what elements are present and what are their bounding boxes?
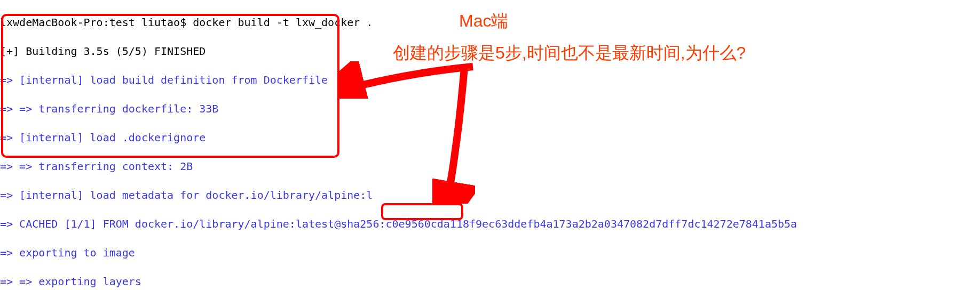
build-line: => [internal] load .dockerignore xyxy=(0,131,980,145)
annotation-question: 创建的步骤是5步,时间也不是最新时间,为什么? xyxy=(393,42,746,65)
build-line: => [internal] load build definition from… xyxy=(0,73,980,87)
build-line: => CACHED [1/1] FROM docker.io/library/a… xyxy=(0,217,980,231)
build-line: => [internal] load metadata for docker.i… xyxy=(0,188,980,203)
build-line: => => transferring context: 2B xyxy=(0,159,980,174)
build-line: => => exporting layers xyxy=(0,275,980,289)
build-line: => => transferring dockerfile: 33B xyxy=(0,102,980,116)
annotation-title: Mac端 xyxy=(459,10,508,33)
build-line: => exporting to image xyxy=(0,246,980,260)
